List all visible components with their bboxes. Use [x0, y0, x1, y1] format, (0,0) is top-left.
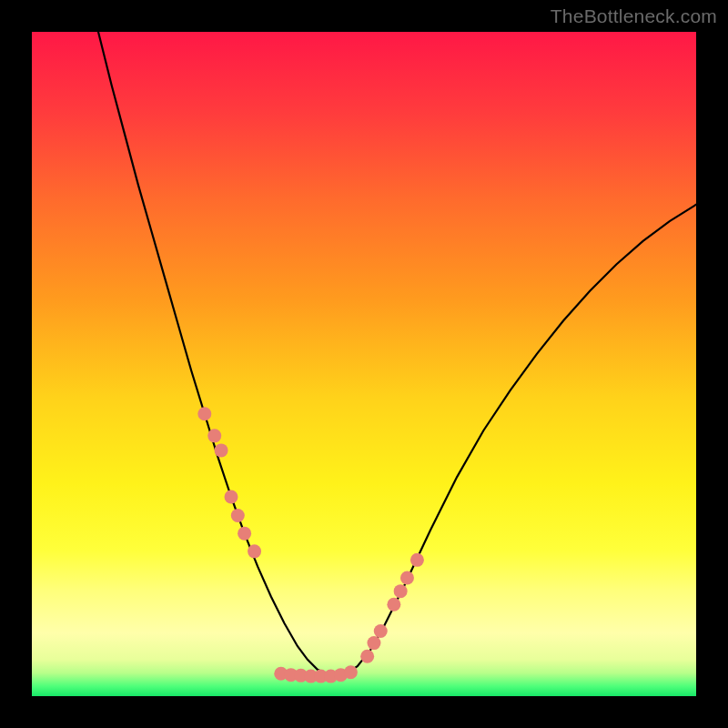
- marker-right: [394, 584, 408, 598]
- marker-right: [387, 598, 400, 612]
- marker-left: [225, 490, 238, 504]
- chart-frame: TheBottleneck.com: [0, 0, 728, 728]
- marker-right: [410, 553, 424, 567]
- marker-left: [231, 509, 245, 522]
- marker-left: [215, 443, 228, 457]
- marker-left: [207, 429, 221, 442]
- marker-left: [238, 527, 251, 541]
- marker-right: [374, 624, 388, 638]
- marker-right: [360, 650, 374, 663]
- watermark-text: TheBottleneck.com: [551, 5, 717, 27]
- marker-right: [400, 571, 414, 585]
- bottleneck-curve: [98, 32, 696, 676]
- marker-right: [367, 636, 380, 650]
- marker-valley: [344, 665, 358, 679]
- marker-left: [248, 544, 261, 558]
- curve-layer: [32, 32, 696, 696]
- marker-left: [197, 407, 211, 420]
- plot-area: [32, 32, 696, 696]
